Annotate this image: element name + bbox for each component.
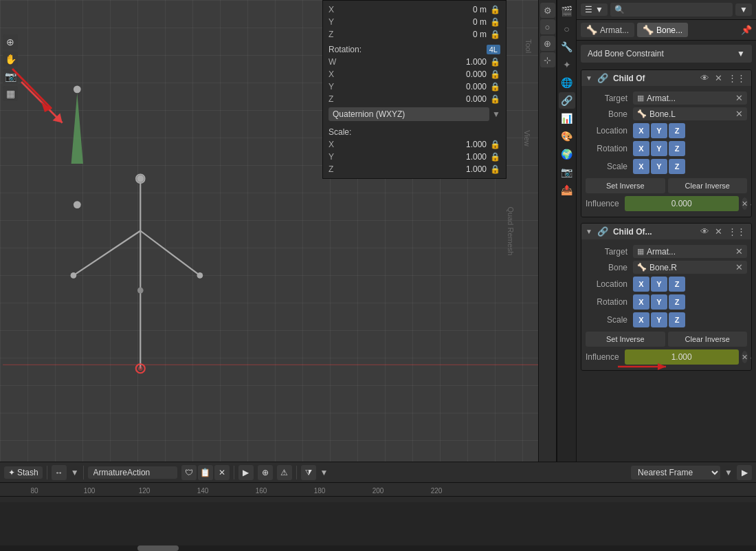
constraint-1-menu[interactable]: ⋮⋮ [726,73,747,83]
constraint-1-close[interactable]: ✕ [713,73,724,83]
warning-btn[interactable]: ⚠ [277,465,292,480]
rot2-y-btn[interactable]: Y [651,294,667,310]
loc2-x-btn[interactable]: X [633,277,649,292]
bone-2-x[interactable]: ✕ [735,262,743,272]
collapse-arrow-1[interactable]: ▼ [586,74,592,82]
icon-scene[interactable]: 🎬 [559,3,575,19]
rot-mode-arrow[interactable]: ▼ [492,109,500,119]
sz-lock[interactable]: 🔒 [489,164,500,174]
action-shield-btn[interactable]: 🛡 [181,465,197,480]
frame-mode-select[interactable]: Nearest Frame [631,466,720,479]
bone-1-x[interactable]: ✕ [735,109,743,119]
constraint-2-close[interactable]: ✕ [713,226,724,237]
loc-x-btn[interactable]: X [633,123,649,138]
icon-physics[interactable]: 🌐 [559,74,575,91]
play-btn[interactable]: ▶ [238,465,254,480]
target-2-x[interactable]: ✕ [735,246,743,257]
prop-menu-btn[interactable]: ▼ [735,3,752,16]
filter-btn[interactable]: ⧩ [301,465,316,480]
prop-pin-btn[interactable]: 📌 [741,25,752,35]
icon-world[interactable]: 🌍 [559,146,575,162]
search-input[interactable] [610,3,733,17]
loc2-z-btn[interactable]: Z [669,277,685,292]
timeline-scrollbar[interactable] [0,545,756,551]
filter-arrow[interactable]: ▼ [320,468,329,477]
x-lock[interactable]: 🔒 [489,5,500,14]
vp-snap-btn[interactable]: ⊹ [540,52,555,67]
constraint-2-menu[interactable]: ⋮⋮ [726,226,747,237]
bone-1-chip[interactable]: 🦴 Bone.L ✕ [633,107,747,120]
set-inverse-1-btn[interactable]: Set Inverse [586,178,665,193]
clear-inverse-2-btn[interactable]: Clear Inverse [668,332,748,347]
vp-overlay-btn[interactable]: ○ [540,19,555,34]
sx-lock[interactable]: 🔒 [489,140,500,149]
w-lock[interactable]: 🔒 [489,57,500,67]
rot-y-btn[interactable]: Y [651,141,667,156]
target-1-x[interactable]: ✕ [735,93,743,103]
action-name-input[interactable] [88,466,177,479]
collapse-arrow-2[interactable]: ▼ [586,228,592,235]
rx-lock[interactable]: 🔒 [489,69,500,79]
constraint-2-header[interactable]: ▼ 🔗 Child Of... 👁 ✕ ⋮⋮ [581,224,751,239]
camera-tool[interactable]: 📷 [3,69,18,84]
icon-output[interactable]: 📤 [559,182,575,198]
tab-armat[interactable]: 🦴 Armat... [581,23,634,37]
icon-particles[interactable]: ✦ [559,56,575,73]
influence-2-field[interactable] [625,349,739,365]
rot-z-btn[interactable]: Z [669,141,685,156]
add-constraint-button[interactable]: Add Bone Constraint ▼ [581,45,752,63]
rotation-mode-select[interactable]: Quaternion (WXYZ) [329,107,489,121]
icon-object[interactable]: ○ [559,21,575,37]
influence-1-x[interactable]: ✕ [742,197,748,210]
rotation-mode-row[interactable]: Quaternion (WXYZ) ▼ [323,105,506,123]
pin-btn[interactable]: ⊕ [258,465,273,480]
scale-z-btn[interactable]: Z [669,159,685,174]
rz-lock[interactable]: 🔒 [489,94,500,104]
rot2-z-btn[interactable]: Z [669,294,685,310]
set-inverse-2-btn[interactable]: Set Inverse [586,332,665,347]
vp-gizmo-btn[interactable]: ⊕ [540,36,555,51]
ry-lock[interactable]: 🔒 [489,82,500,91]
scale2-x-btn[interactable]: X [633,312,649,327]
vp-settings-btn[interactable]: ⚙ [540,3,555,18]
target-1-chip[interactable]: ▦ Armat... ✕ [633,91,747,105]
z-lock[interactable]: 🔒 [489,30,500,39]
tl-mode-btn[interactable]: ↔ [52,465,67,480]
influence-1-field[interactable] [625,196,739,211]
icon-constraints[interactable]: 🔗 [559,92,575,109]
clear-inverse-1-btn[interactable]: Clear Inverse [668,178,748,193]
constraint-2-eye[interactable]: 👁 [699,226,711,237]
loc2-y-btn[interactable]: Y [651,277,667,292]
rot2-x-btn[interactable]: X [633,294,649,310]
icon-data[interactable]: 📊 [559,110,575,127]
icon-modifier[interactable]: 🔧 [559,39,575,55]
target-2-chip[interactable]: ▦ Armat... ✕ [633,245,747,258]
bone-2-chip[interactable]: 🦴 Bone.R ✕ [633,261,747,274]
constraint-1-header[interactable]: ▼ 🔗 Child Of 👁 ✕ ⋮⋮ [581,70,751,86]
tl-right-btn[interactable]: ▶ [737,465,752,480]
move-tool[interactable]: ✋ [3,52,18,67]
grid-tool[interactable]: ▦ [3,86,18,101]
sy-lock[interactable]: 🔒 [489,152,500,162]
header-dropdown[interactable]: ☰ ▼ [581,3,608,16]
scale2-y-btn[interactable]: Y [651,312,667,327]
scale-x-btn[interactable]: X [633,159,649,174]
influence-2-x[interactable]: ✕ [742,351,748,363]
scale2-z-btn[interactable]: Z [669,312,685,327]
action-close-btn[interactable]: ✕ [214,465,230,480]
timeline-scroll-thumb[interactable] [137,545,179,551]
zoom-tool[interactable]: ⊕ [3,34,18,50]
icon-material[interactable]: 🎨 [559,128,575,144]
scale-y-btn[interactable]: Y [651,159,667,174]
loc-y-btn[interactable]: Y [651,123,667,138]
y-lock[interactable]: 🔒 [489,17,500,27]
stash-button[interactable]: ✦ Stash [4,466,43,479]
tl-mode-arrow[interactable]: ▼ [71,468,79,477]
tab-bone[interactable]: 🦴 Bone... [637,23,688,37]
frame-mode-arrow[interactable]: ▼ [724,468,733,477]
icon-render[interactable]: 📷 [559,164,575,180]
rot-x-btn[interactable]: X [633,141,649,156]
constraint-1-eye[interactable]: 👁 [699,73,711,83]
action-copy-btn[interactable]: 📋 [198,465,213,480]
loc-z-btn[interactable]: Z [669,123,685,138]
